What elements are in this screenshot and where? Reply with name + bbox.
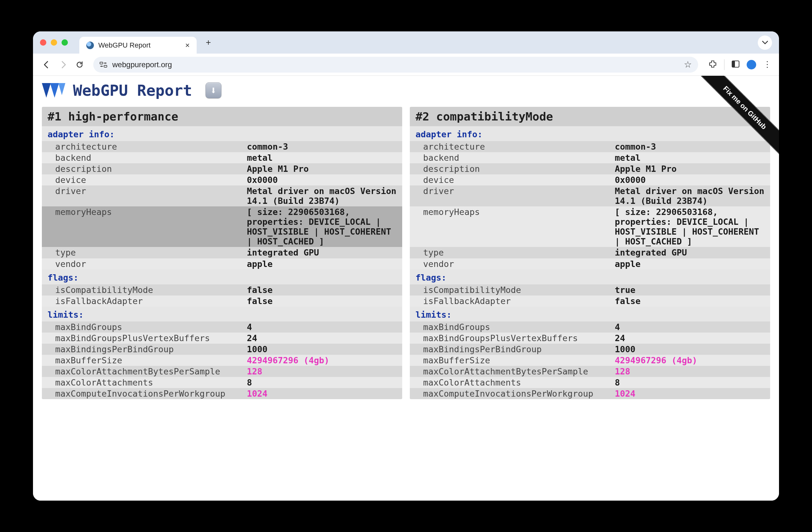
table-row: device0x0000 (410, 174, 770, 186)
traffic-lights (40, 39, 68, 46)
row-key: architecture (42, 141, 244, 152)
extensions-icon[interactable] (708, 60, 717, 70)
row-key: type (410, 247, 611, 258)
row-key: description (410, 163, 611, 174)
tab-title: WebGPU Report (98, 41, 151, 49)
row-key: backend (410, 152, 611, 163)
panel-title: #2 compatibilityMode (410, 107, 770, 126)
row-value: Apple M1 Pro (611, 163, 770, 174)
table-row: maxBufferSize4294967296 (4gb) (42, 355, 402, 366)
table-row: memoryHeaps[ size: 22906503168, properti… (410, 206, 770, 247)
row-key: maxBindGroups (410, 322, 611, 332)
arrow-left-icon (43, 61, 51, 69)
row-key: memoryHeaps (410, 206, 611, 247)
row-value: 4294967296 (4gb) (244, 355, 402, 366)
row-key: vendor (42, 258, 244, 269)
row-value: apple (611, 258, 770, 269)
table-row: typeintegrated GPU (42, 247, 402, 258)
row-key: maxBindGroupsPlusVertexBuffers (410, 332, 611, 344)
row-key: maxBindGroups (42, 322, 244, 332)
svg-rect-7 (732, 61, 735, 67)
window-minimize-button[interactable] (51, 39, 57, 46)
table-row: maxBindGroups4 (42, 322, 402, 332)
section-title: flags: (410, 269, 770, 284)
row-value: 128 (244, 366, 402, 377)
row-key: maxComputeInvocationsPerWorkgroup (410, 388, 611, 399)
row-value: 24 (611, 332, 770, 344)
row-key: device (410, 174, 611, 186)
bookmark-star-icon[interactable]: ☆ (684, 59, 692, 70)
panel-1: #2 compatibilityModeadapter info:archite… (410, 107, 770, 399)
row-value: common-3 (611, 141, 770, 152)
data-table: architecturecommon-3backendmetaldescript… (410, 141, 770, 269)
row-value: false (611, 295, 770, 307)
row-value: 1000 (244, 344, 402, 355)
site-settings-icon[interactable] (100, 61, 108, 68)
row-key: isFallbackAdapter (410, 295, 611, 307)
row-key: maxBindingsPerBindGroup (42, 344, 244, 355)
row-value: 0x0000 (611, 174, 770, 186)
row-value: 8 (611, 377, 770, 388)
table-row: isFallbackAdapterfalse (410, 295, 770, 307)
table-row: architecturecommon-3 (42, 141, 402, 152)
row-key: maxBindGroupsPlusVertexBuffers (42, 332, 244, 344)
titlebar: WebGPU Report × + (33, 31, 779, 54)
table-row: backendmetal (410, 152, 770, 163)
row-value: [ size: 22906503168, properties: DEVICE_… (611, 206, 770, 247)
row-value: true (611, 284, 770, 295)
info-icon (86, 42, 94, 49)
row-value: 8 (244, 377, 402, 388)
table-row: maxBindingsPerBindGroup1000 (42, 344, 402, 355)
webgpu-logo-icon (42, 83, 67, 98)
page-header: WebGPU Report ⬇ (42, 82, 770, 99)
data-table: isCompatibilityModefalseisFallbackAdapte… (42, 284, 402, 307)
row-value: Metal driver on macOS Version 14.1 (Buil… (244, 186, 402, 206)
table-row: architecturecommon-3 (410, 141, 770, 152)
download-button[interactable]: ⬇ (205, 83, 221, 98)
row-value: 4 (611, 322, 770, 332)
new-tab-button[interactable]: + (202, 36, 214, 48)
sidepanel-icon[interactable] (731, 60, 740, 70)
table-row: memoryHeaps[ size: 22906503168, properti… (42, 206, 402, 247)
row-key: isCompatibilityMode (410, 284, 611, 295)
section-title: limits: (42, 307, 402, 322)
row-value: metal (611, 152, 770, 163)
page-title: WebGPU Report (73, 82, 192, 99)
table-row: maxColorAttachments8 (410, 377, 770, 388)
row-key: vendor (410, 258, 611, 269)
toolbar-actions: ⋮ (708, 59, 771, 70)
table-row: driverMetal driver on macOS Version 14.1… (410, 186, 770, 206)
row-value: false (244, 284, 402, 295)
row-key: device (42, 174, 244, 186)
page-content: WebGPU Report ⬇ #1 high-performanceadapt… (33, 76, 779, 501)
menu-icon[interactable]: ⋮ (763, 60, 771, 70)
close-icon[interactable]: × (185, 41, 190, 50)
row-value: 128 (611, 366, 770, 377)
row-key: architecture (410, 141, 611, 152)
browser-tab[interactable]: WebGPU Report × (79, 37, 197, 54)
table-row: vendorapple (42, 258, 402, 269)
row-value: false (244, 295, 402, 307)
forward-button[interactable] (57, 59, 69, 71)
panel-0: #1 high-performanceadapter info:architec… (42, 107, 402, 399)
window-maximize-button[interactable] (61, 39, 68, 46)
data-table: isCompatibilityModetrueisFallbackAdapter… (410, 284, 770, 307)
reload-button[interactable] (74, 59, 86, 71)
row-key: maxColorAttachmentBytesPerSample (42, 366, 244, 377)
row-value: 4294967296 (4gb) (611, 355, 770, 366)
window-close-button[interactable] (40, 39, 46, 46)
row-value: Metal driver on macOS Version 14.1 (Buil… (611, 186, 770, 206)
table-row: maxColorAttachmentBytesPerSample128 (42, 366, 402, 377)
address-bar[interactable]: webgpureport.org ☆ (93, 57, 698, 73)
row-value: integrated GPU (611, 247, 770, 258)
table-row: maxBindGroupsPlusVertexBuffers24 (410, 332, 770, 344)
profile-avatar[interactable] (746, 60, 756, 70)
back-button[interactable] (41, 59, 53, 71)
tab-overflow-button[interactable] (758, 35, 772, 50)
row-key: maxComputeInvocationsPerWorkgroup (42, 388, 244, 399)
table-row: isCompatibilityModetrue (410, 284, 770, 295)
row-key: driver (410, 186, 611, 206)
row-key: maxColorAttachments (410, 377, 611, 388)
table-row: maxBindGroupsPlusVertexBuffers24 (42, 332, 402, 344)
data-table: maxBindGroups4maxBindGroupsPlusVertexBuf… (410, 322, 770, 399)
